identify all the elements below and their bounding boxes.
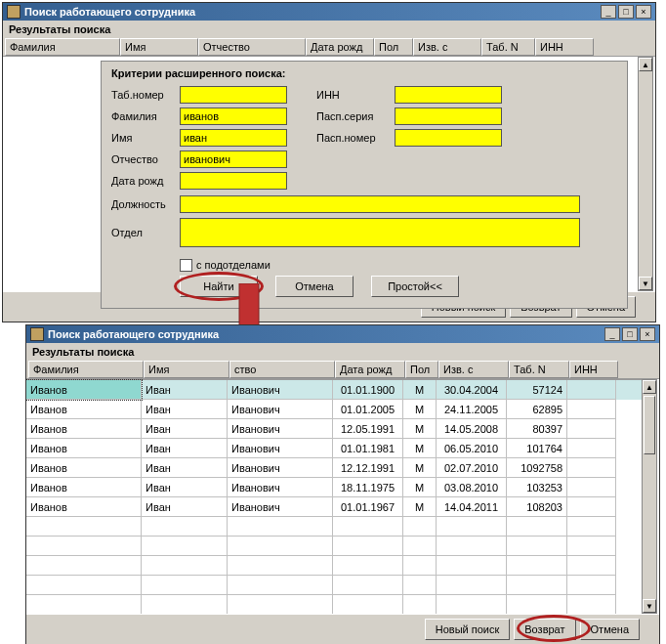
input-inn[interactable] bbox=[395, 86, 502, 104]
table-row[interactable]: ИвановИванИванович12.12.1991М02.07.20101… bbox=[26, 458, 642, 478]
cell-imya bbox=[142, 517, 228, 537]
cancel-button[interactable]: Отмена bbox=[275, 276, 354, 297]
input-pasps[interactable] bbox=[395, 107, 502, 125]
col-dob[interactable]: Дата рожд bbox=[306, 38, 374, 56]
col-izv[interactable]: Изв. с bbox=[413, 38, 481, 56]
col-dob[interactable]: Дата рожд bbox=[335, 361, 405, 378]
input-paspn[interactable] bbox=[395, 129, 502, 147]
input-fam[interactable] bbox=[180, 107, 287, 125]
find-button[interactable]: Найти bbox=[180, 276, 258, 297]
input-otdel[interactable] bbox=[180, 218, 580, 247]
cell-pol: М bbox=[403, 380, 437, 400]
table-row[interactable]: ИвановИванИванович12.05.1991М14.05.20088… bbox=[26, 419, 642, 439]
scroll-up-icon[interactable]: ▲ bbox=[643, 380, 656, 394]
cell-dob: 18.11.1975 bbox=[333, 478, 403, 497]
label-otdel: Отдел bbox=[111, 227, 180, 238]
minimize-icon[interactable]: _ bbox=[604, 327, 620, 341]
col-otch[interactable]: Отчество bbox=[198, 38, 306, 56]
col-imya[interactable]: Имя bbox=[144, 361, 229, 378]
cell-dob: 01.01.1900 bbox=[333, 380, 403, 400]
cell-tabn: 101764 bbox=[507, 439, 567, 458]
cell-dob bbox=[333, 595, 403, 615]
titlebar[interactable]: Поиск работающего сотрудника _ □ × bbox=[3, 3, 655, 21]
table-row[interactable]: ИвановИванИванович01.01.1967М14.04.20111… bbox=[26, 497, 642, 517]
cell-otch: Иванович bbox=[228, 380, 333, 400]
cell-otch: Иванович bbox=[228, 400, 333, 419]
col-tabn[interactable]: Таб. N bbox=[509, 361, 569, 378]
search-window-top: Поиск работающего сотрудника _ □ × Резул… bbox=[2, 2, 656, 322]
cell-pol bbox=[403, 556, 437, 576]
col-tabn[interactable]: Таб. N bbox=[481, 38, 535, 56]
cell-fam: Иванов bbox=[26, 419, 142, 439]
cell-imya bbox=[142, 576, 228, 595]
col-pol[interactable]: Пол bbox=[374, 38, 413, 56]
table-row[interactable]: ИвановИванИванович01.01.2005М24.11.20056… bbox=[26, 400, 642, 419]
col-imya[interactable]: Имя bbox=[120, 38, 198, 56]
cell-izv bbox=[437, 556, 507, 576]
cell-otch bbox=[228, 576, 333, 595]
table-row[interactable] bbox=[26, 537, 642, 556]
titlebar[interactable]: Поиск работающего сотрудника _ □ × bbox=[26, 325, 659, 343]
label-paspn: Пасп.номер bbox=[316, 132, 395, 144]
maximize-icon[interactable]: □ bbox=[618, 5, 634, 19]
cell-pol: М bbox=[403, 458, 437, 478]
col-inn[interactable]: ИНН bbox=[569, 361, 618, 378]
new-search-button[interactable]: Новый поиск bbox=[425, 619, 511, 640]
close-icon[interactable]: × bbox=[636, 5, 651, 19]
scrollbar[interactable]: ▲ ▼ bbox=[642, 379, 657, 614]
cell-inn bbox=[567, 439, 616, 458]
label-dob: Дата рожд bbox=[111, 175, 180, 187]
input-otch[interactable] bbox=[180, 150, 287, 168]
cell-tabn bbox=[507, 576, 567, 595]
cell-fam: Иванов bbox=[26, 380, 142, 400]
cell-izv bbox=[437, 576, 507, 595]
footer-cancel-button[interactable]: Отмена bbox=[580, 619, 640, 640]
col-inn[interactable]: ИНН bbox=[535, 38, 594, 56]
scroll-down-icon[interactable]: ▼ bbox=[643, 599, 656, 613]
input-tabnomer[interactable] bbox=[180, 86, 287, 104]
cell-pol: М bbox=[403, 497, 437, 517]
maximize-icon[interactable]: □ bbox=[622, 327, 638, 341]
scroll-thumb[interactable] bbox=[644, 396, 655, 454]
cell-imya bbox=[142, 595, 228, 615]
cell-fam: Иванов bbox=[26, 478, 142, 497]
cell-izv bbox=[437, 595, 507, 615]
cell-pol: М bbox=[403, 478, 437, 497]
col-fam[interactable]: Фамилия bbox=[28, 361, 144, 378]
cell-dob bbox=[333, 537, 403, 556]
cell-fam bbox=[26, 576, 142, 595]
cell-dob bbox=[333, 556, 403, 576]
input-imya[interactable] bbox=[180, 129, 287, 147]
return-button[interactable]: Возврат bbox=[514, 619, 575, 640]
table-row[interactable] bbox=[26, 517, 642, 537]
col-otch[interactable]: ство bbox=[229, 361, 335, 378]
cell-pol bbox=[403, 517, 437, 537]
label-tabnomer: Таб.номер bbox=[111, 89, 180, 101]
col-pol[interactable]: Пол bbox=[405, 361, 438, 378]
scrollbar[interactable]: ▲ ▼ bbox=[638, 57, 653, 291]
scroll-down-icon[interactable]: ▼ bbox=[639, 277, 652, 290]
input-dob[interactable] bbox=[180, 172, 287, 190]
col-izv[interactable]: Изв. с bbox=[438, 361, 509, 378]
minimize-icon[interactable]: _ bbox=[601, 5, 616, 19]
cell-tabn bbox=[507, 517, 567, 537]
table-row[interactable] bbox=[26, 556, 642, 576]
cell-inn bbox=[567, 537, 616, 556]
table-row[interactable] bbox=[26, 576, 642, 595]
cell-tabn: 80397 bbox=[507, 419, 567, 439]
input-dolj[interactable] bbox=[180, 195, 580, 213]
table-row[interactable]: ИвановИванИванович18.11.1975М03.08.20101… bbox=[26, 478, 642, 497]
cell-izv bbox=[437, 517, 507, 537]
scroll-up-icon[interactable]: ▲ bbox=[639, 58, 652, 71]
cell-tabn bbox=[507, 595, 567, 615]
label-otch: Отчество bbox=[111, 153, 180, 165]
table-row[interactable] bbox=[26, 595, 642, 615]
checkbox-subdept[interactable] bbox=[180, 259, 192, 272]
table-row[interactable]: ИвановИванИванович01.01.1900М30.04.20045… bbox=[26, 380, 642, 400]
cell-izv: 14.04.2011 bbox=[437, 497, 507, 517]
col-fam[interactable]: Фамилия bbox=[5, 38, 120, 56]
close-icon[interactable]: × bbox=[640, 327, 655, 341]
table-row[interactable]: ИвановИванИванович01.01.1981М06.05.20101… bbox=[26, 439, 642, 458]
cell-otch: Иванович bbox=[228, 497, 333, 517]
simple-button[interactable]: Простой<< bbox=[371, 276, 459, 297]
